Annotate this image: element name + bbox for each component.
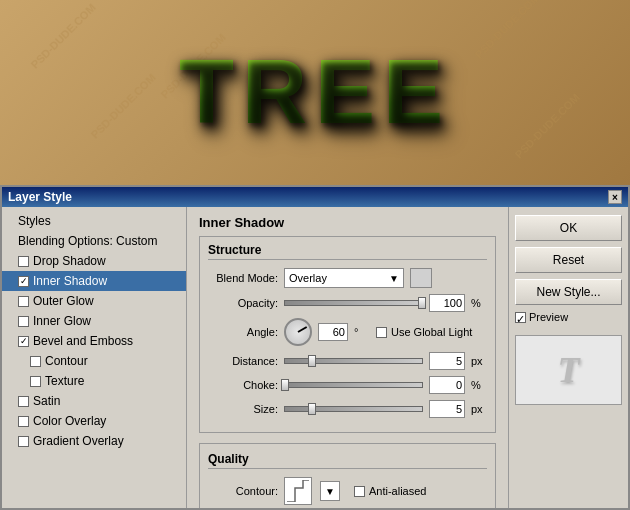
choke-slider-container (284, 382, 423, 388)
angle-dial[interactable] (284, 318, 312, 346)
inner-glow-checkbox[interactable] (18, 316, 29, 327)
distance-slider-thumb[interactable] (308, 355, 316, 367)
angle-label: Angle: (208, 326, 278, 338)
contour-checkbox[interactable] (30, 356, 41, 367)
opacity-unit: % (471, 297, 487, 309)
bevel-emboss-checkbox[interactable]: ✓ (18, 336, 29, 347)
blend-mode-value: Overlay (289, 272, 327, 284)
distance-row: Distance: 5 px (208, 352, 487, 370)
dialog-title: Layer Style (8, 190, 72, 204)
size-label: Size: (208, 403, 278, 415)
distance-slider-track[interactable] (284, 358, 423, 364)
structure-group: Structure Blend Mode: Overlay ▼ Opacity: (199, 236, 496, 433)
reset-button[interactable]: Reset (515, 247, 622, 273)
outer-glow-label: Outer Glow (33, 294, 94, 308)
dropdown-arrow-icon: ▼ (389, 273, 399, 284)
inner-shadow-label: Inner Shadow (33, 274, 107, 288)
blend-mode-row: Blend Mode: Overlay ▼ (208, 268, 487, 288)
size-slider-container (284, 406, 423, 412)
preview-label-text: Preview (529, 311, 568, 323)
choke-row: Choke: 0 % (208, 376, 487, 394)
svg-rect-0 (287, 480, 309, 502)
close-button[interactable]: × (608, 190, 622, 204)
new-style-button[interactable]: New Style... (515, 279, 622, 305)
opacity-input[interactable]: 100 (429, 294, 465, 312)
blend-mode-dropdown[interactable]: Overlay ▼ (284, 268, 404, 288)
gradient-overlay-checkbox[interactable] (18, 436, 29, 447)
angle-row: Angle: 60 ° Use Global Light (208, 318, 487, 346)
center-panel: Inner Shadow Structure Blend Mode: Overl… (187, 207, 508, 508)
distance-label: Distance: (208, 355, 278, 367)
watermark-5: PSD-DUDE.COM (512, 91, 581, 160)
color-overlay-checkbox[interactable] (18, 416, 29, 427)
contour-dropdown-arrow-icon: ▼ (325, 486, 335, 497)
blend-mode-label: Blend Mode: (208, 272, 278, 284)
watermark-1: PSD-DUDE.COM (28, 1, 97, 70)
sidebar-item-outer-glow[interactable]: Outer Glow (2, 291, 186, 311)
size-unit: px (471, 403, 487, 415)
inner-glow-label: Inner Glow (33, 314, 91, 328)
dialog-body: Styles Blending Options: Custom Drop Sha… (2, 207, 628, 508)
sidebar-item-contour[interactable]: Contour (2, 351, 186, 371)
anti-aliased-label: Anti-aliased (369, 485, 426, 497)
size-slider-track[interactable] (284, 406, 423, 412)
sidebar-item-bevel-emboss[interactable]: ✓ Bevel and Emboss (2, 331, 186, 351)
drop-shadow-checkbox[interactable] (18, 256, 29, 267)
sidebar-item-satin[interactable]: Satin (2, 391, 186, 411)
quality-title: Quality (208, 452, 487, 469)
choke-slider-thumb[interactable] (281, 379, 289, 391)
sidebar-item-color-overlay[interactable]: Color Overlay (2, 411, 186, 431)
sidebar-item-blending[interactable]: Blending Options: Custom (2, 231, 186, 251)
quality-section: Quality Contour: ▼ Anti (199, 443, 496, 508)
right-panel: OK Reset New Style... ✓ Preview T (508, 207, 628, 508)
texture-checkbox[interactable] (30, 376, 41, 387)
opacity-slider-container (284, 300, 423, 306)
preview-row: ✓ Preview (515, 311, 622, 323)
distance-input[interactable]: 5 (429, 352, 465, 370)
choke-slider-track[interactable] (284, 382, 423, 388)
contour-label: Contour (45, 354, 88, 368)
sidebar-item-gradient-overlay[interactable]: Gradient Overlay (2, 431, 186, 451)
size-slider-thumb[interactable] (308, 403, 316, 415)
size-row: Size: 5 px (208, 400, 487, 418)
choke-label: Choke: (208, 379, 278, 391)
gradient-overlay-label: Gradient Overlay (33, 434, 124, 448)
inner-shadow-checkbox[interactable]: ✓ (18, 276, 29, 287)
opacity-row: Opacity: 100 % (208, 294, 487, 312)
sidebar-item-inner-shadow[interactable]: ✓ Inner Shadow (2, 271, 186, 291)
blend-color-swatch[interactable] (410, 268, 432, 288)
ok-button[interactable]: OK (515, 215, 622, 241)
sidebar-item-styles[interactable]: Styles (2, 211, 186, 231)
contour-row-label: Contour: (208, 485, 278, 497)
sidebar-item-texture[interactable]: Texture (2, 371, 186, 391)
angle-unit: ° (354, 326, 370, 338)
sidebar-item-drop-shadow[interactable]: Drop Shadow (2, 251, 186, 271)
opacity-slider-track[interactable] (284, 300, 423, 306)
angle-input[interactable]: 60 (318, 323, 348, 341)
contour-svg (287, 480, 309, 502)
preview-t-letter: T (558, 349, 580, 391)
sidebar-item-inner-glow[interactable]: Inner Glow (2, 311, 186, 331)
preview-checkbox[interactable]: ✓ (515, 312, 526, 323)
preview-thumbnail: T (515, 335, 622, 405)
contour-dropdown[interactable]: ▼ (320, 481, 340, 501)
choke-input[interactable]: 0 (429, 376, 465, 394)
anti-aliased-checkbox[interactable] (354, 486, 365, 497)
tree-preview-text: TREE (179, 41, 451, 144)
angle-line (298, 326, 308, 333)
satin-checkbox[interactable] (18, 396, 29, 407)
global-light-row: Use Global Light (376, 326, 472, 338)
watermark-3: PSD-DUDE.COM (472, 0, 541, 61)
contour-preview[interactable] (284, 477, 312, 505)
global-light-checkbox[interactable] (376, 327, 387, 338)
blending-label: Blending Options: Custom (18, 234, 157, 248)
outer-glow-checkbox[interactable] (18, 296, 29, 307)
opacity-slider-thumb[interactable] (418, 297, 426, 309)
satin-label: Satin (33, 394, 60, 408)
structure-title: Structure (208, 243, 487, 260)
choke-unit: % (471, 379, 487, 391)
opacity-label: Opacity: (208, 297, 278, 309)
dialog-titlebar: Layer Style × (2, 187, 628, 207)
color-overlay-label: Color Overlay (33, 414, 106, 428)
size-input[interactable]: 5 (429, 400, 465, 418)
